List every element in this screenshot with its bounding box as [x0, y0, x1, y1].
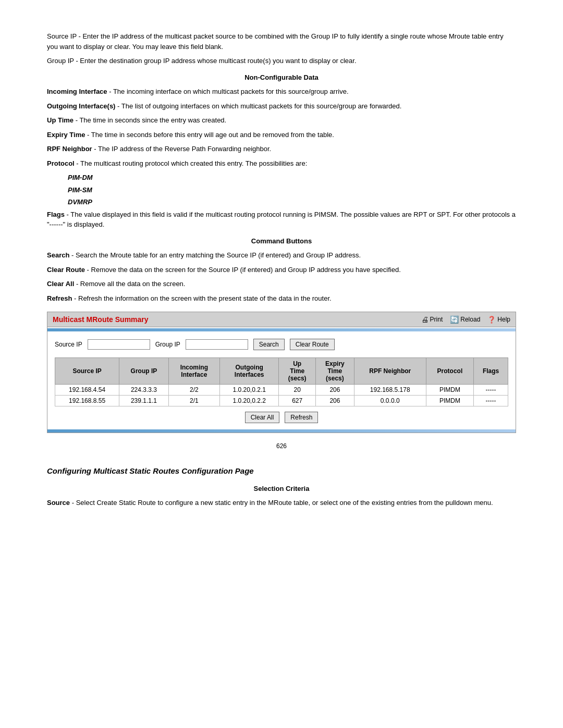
flags-label: Flags [47, 211, 65, 218]
col-source-ip: Source IP [55, 358, 119, 385]
expiry-time-description: Expiry Time - The time in seconds before… [47, 130, 516, 140]
refresh-button[interactable]: Refresh [285, 412, 318, 423]
source-ip-description: Source IP - Enter the IP address of the … [47, 31, 516, 52]
clear-all-text: - Remove all the data on the screen. [76, 280, 186, 288]
panel-bottom-bar [47, 429, 516, 433]
search-row: Source IP Group IP Search Clear Route [55, 339, 508, 350]
outgoing-interfaces-label: Outgoing Interface(s) [47, 102, 115, 110]
cell-r1-c7: PIMDM [426, 396, 473, 406]
cell-r0-c0: 192.168.4.54 [55, 385, 119, 396]
flags-description: Flags - The value displayed in this fiel… [47, 209, 516, 230]
table-header: Source IP Group IP IncomingInterface Out… [55, 358, 508, 385]
reload-action[interactable]: Reload [450, 315, 480, 324]
cell-r1-c2: 2/1 [168, 396, 219, 406]
rpf-neighbor-label: RPF Neighbor [47, 145, 92, 153]
cell-r1-c0: 192.168.8.55 [55, 396, 119, 406]
cell-r0-c7: PIMDM [426, 385, 473, 396]
protocol-description: Protocol - The multicast routing protoco… [47, 158, 516, 169]
col-group-ip: Group IP [119, 358, 168, 385]
panel-header: Multicast MRoute Summary Print Reload He… [47, 312, 516, 327]
protocol-label: Protocol [47, 159, 75, 167]
source-config-description: Source - Select Create Static Route to c… [47, 498, 516, 508]
source-config-label: Source [47, 499, 70, 507]
mroute-summary-panel: Multicast MRoute Summary Print Reload He… [47, 312, 516, 433]
mroute-table: Source IP Group IP IncomingInterface Out… [55, 357, 508, 406]
clear-route-label: Clear Route [47, 266, 85, 274]
reload-icon [450, 315, 459, 324]
clear-route-description: Clear Route - Remove the data on the scr… [47, 265, 516, 275]
pim-dm-item: PIM-DM [68, 172, 516, 183]
cell-r0-c3: 1.0.20,0.2.1 [220, 385, 279, 396]
col-outgoing-interfaces: OutgoingInterfaces [220, 358, 279, 385]
clear-route-button[interactable]: Clear Route [290, 339, 335, 350]
col-incoming-interface: IncomingInterface [168, 358, 219, 385]
config-page-title: Configuring Multicast Static Routes Conf… [47, 465, 516, 477]
up-time-text: - The time in seconds since the entry wa… [76, 116, 227, 124]
cell-r0-c2: 2/2 [168, 385, 219, 396]
expiry-time-label: Expiry Time [47, 131, 85, 139]
cell-r1-c1: 239.1.1.1 [119, 396, 168, 406]
cell-r0-c8: ----- [474, 385, 508, 396]
print-icon [421, 315, 429, 324]
refresh-label: Refresh [47, 294, 72, 302]
refresh-description: Refresh - Refresh the information on the… [47, 293, 516, 304]
command-buttons-heading: Command Buttons [47, 236, 516, 246]
clear-all-label: Clear All [47, 280, 74, 288]
group-ip-input[interactable] [186, 339, 248, 350]
document-section: Source IP - Enter the IP address of the … [47, 31, 516, 508]
up-time-label: Up Time [47, 116, 74, 124]
page-number: 626 [47, 442, 516, 450]
cell-r0-c5: 206 [316, 385, 354, 396]
up-time-description: Up Time - The time in seconds since the … [47, 115, 516, 126]
help-action[interactable]: Help [487, 316, 510, 324]
help-label: Help [497, 316, 510, 323]
cell-r1-c3: 1.0.20,0.2.2 [220, 396, 279, 406]
cell-r0-c4: 20 [279, 385, 316, 396]
group-ip-label: Group IP [155, 341, 180, 348]
outgoing-interfaces-description: Outgoing Interface(s) - The list of outg… [47, 101, 516, 112]
search-description: Search - Search the Mroute table for an … [47, 250, 516, 261]
help-icon [487, 316, 496, 324]
bottom-buttons: Clear All Refresh [55, 412, 508, 423]
col-expiry-time: ExpiryTime(secs) [316, 358, 354, 385]
group-ip-description: Group IP - Enter the destination group I… [47, 56, 516, 66]
incoming-interface-description: Incoming Interface - The incoming interf… [47, 87, 516, 97]
table-body: 192.168.4.54224.3.3.32/21.0.20,0.2.12020… [55, 385, 508, 406]
rpf-neighbor-text: - The IP address of the Reverse Path For… [94, 145, 271, 153]
search-text: - Search the Mroute table for an entry m… [71, 251, 361, 259]
incoming-interface-text: - The incoming interface on which multic… [109, 88, 348, 95]
col-protocol: Protocol [426, 358, 473, 385]
col-up-time: UpTime(secs) [279, 358, 316, 385]
table-row: 192.168.8.55239.1.1.12/11.0.20,0.2.26272… [55, 396, 508, 406]
clear-all-button[interactable]: Clear All [245, 412, 280, 423]
panel-actions: Print Reload Help [421, 315, 510, 324]
cell-r1-c4: 627 [279, 396, 316, 406]
col-flags: Flags [474, 358, 508, 385]
reload-label: Reload [460, 316, 480, 323]
panel-body: Source IP Group IP Search Clear Route So… [47, 331, 516, 428]
non-configurable-heading: Non-Configurable Data [47, 72, 516, 83]
cell-r1-c5: 206 [316, 396, 354, 406]
rpf-neighbor-description: RPF Neighbor - The IP address of the Rev… [47, 144, 516, 154]
table-header-row: Source IP Group IP IncomingInterface Out… [55, 358, 508, 385]
source-ip-label: Source IP [55, 341, 82, 348]
cell-r1-c6: 0.0.0.0 [354, 396, 426, 406]
flags-text: - The value displayed in this field is v… [47, 211, 516, 229]
print-label: Print [430, 316, 443, 323]
selection-criteria-heading: Selection Criteria [47, 484, 516, 494]
pim-sm-item: PIM-SM [68, 185, 516, 195]
expiry-time-text: - The time in seconds before this entry … [87, 131, 334, 139]
incoming-interface-label: Incoming Interface [47, 88, 107, 95]
source-ip-input[interactable] [88, 339, 150, 350]
col-rpf-neighbor: RPF Neighbor [354, 358, 426, 385]
table-row: 192.168.4.54224.3.3.32/21.0.20,0.2.12020… [55, 385, 508, 396]
cell-r1-c8: ----- [474, 396, 508, 406]
print-action[interactable]: Print [421, 315, 443, 324]
protocol-text: - The multicast routing protocol which c… [76, 159, 307, 167]
refresh-text: - Refresh the information on the screen … [74, 294, 332, 302]
panel-title: Multicast MRoute Summary [53, 315, 149, 324]
clear-all-description: Clear All - Remove all the data on the s… [47, 279, 516, 289]
search-button[interactable]: Search [253, 339, 285, 350]
search-label: Search [47, 251, 69, 259]
dvmrp-item: DVMRP [68, 197, 516, 207]
